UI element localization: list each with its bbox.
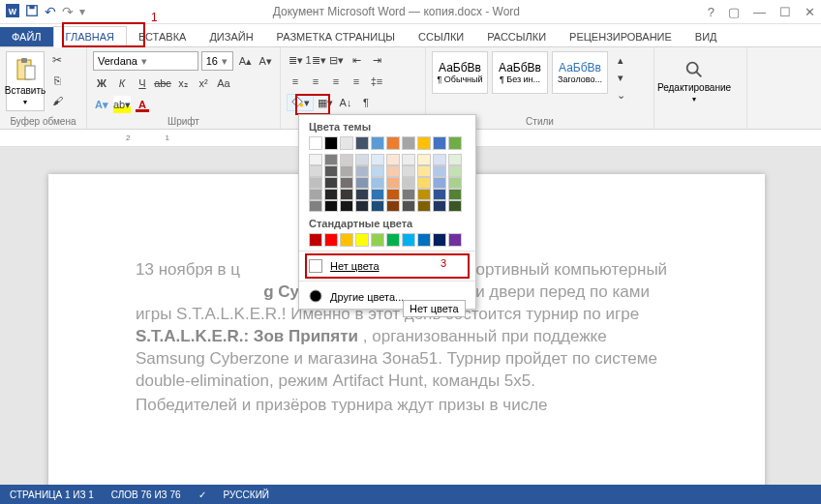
color-swatch[interactable] [371, 177, 384, 189]
color-swatch[interactable] [371, 136, 384, 150]
color-swatch[interactable] [402, 189, 415, 200]
color-swatch[interactable] [448, 189, 462, 200]
shading-button[interactable]: ▾ [287, 94, 314, 111]
color-swatch[interactable] [355, 154, 369, 165]
color-swatch[interactable] [417, 189, 431, 200]
color-swatch[interactable] [371, 233, 384, 247]
color-swatch[interactable] [386, 189, 400, 200]
color-swatch[interactable] [324, 165, 338, 177]
tab-design[interactable]: ДИЗАЙН [198, 27, 264, 46]
italic-button[interactable]: К [113, 74, 131, 92]
format-painter-icon[interactable]: 🖌 [48, 92, 66, 109]
color-swatch[interactable] [340, 136, 353, 150]
color-swatch[interactable] [324, 136, 338, 150]
color-swatch[interactable] [433, 233, 446, 247]
color-swatch[interactable] [324, 200, 338, 212]
color-swatch[interactable] [371, 200, 384, 212]
tab-view[interactable]: ВИД [684, 27, 729, 46]
borders-icon[interactable]: ▦▾ [317, 94, 334, 111]
tab-layout[interactable]: РАЗМЕТКА СТРАНИЦЫ [265, 27, 407, 46]
color-swatch[interactable] [371, 154, 384, 165]
color-swatch[interactable] [433, 189, 446, 200]
status-language[interactable]: РУССКИЙ [224, 489, 269, 500]
color-swatch[interactable] [386, 165, 400, 177]
underline-button[interactable]: Ч [134, 74, 151, 92]
color-swatch[interactable] [340, 177, 353, 189]
color-swatch[interactable] [386, 233, 400, 247]
color-swatch[interactable] [309, 154, 322, 165]
font-size-select[interactable]: 16 [201, 51, 234, 71]
bold-button[interactable]: Ж [93, 74, 110, 92]
color-swatch[interactable] [340, 233, 353, 247]
tab-review[interactable]: РЕЦЕНЗИРОВАНИЕ [558, 27, 684, 46]
undo-icon[interactable]: ↶ [45, 4, 56, 19]
line-spacing-icon[interactable]: ‡≡ [368, 73, 385, 90]
align-center-icon[interactable]: ≡ [307, 73, 324, 90]
cut-icon[interactable] [48, 51, 66, 69]
status-words[interactable]: СЛОВ 76 ИЗ 76 [111, 489, 181, 500]
paste-button[interactable]: Вставить ▾ [6, 51, 45, 111]
status-page[interactable]: СТРАНИЦА 1 ИЗ 1 [10, 489, 94, 500]
color-swatch[interactable] [417, 154, 431, 165]
save-icon[interactable] [25, 4, 39, 20]
color-swatch[interactable] [448, 177, 462, 189]
color-swatch[interactable] [417, 136, 431, 150]
color-swatch[interactable] [402, 200, 415, 212]
shrink-font-icon[interactable]: A▾ [257, 52, 274, 70]
color-swatch[interactable] [309, 233, 322, 247]
color-swatch[interactable] [433, 200, 446, 212]
color-swatch[interactable] [448, 136, 462, 150]
color-swatch[interactable] [402, 136, 415, 150]
color-swatch[interactable] [324, 177, 338, 189]
color-swatch[interactable] [448, 200, 462, 212]
close-icon[interactable]: ✕ [805, 5, 815, 19]
color-swatch[interactable] [309, 200, 322, 212]
no-color-item[interactable]: Нет цвета 3 [299, 255, 475, 277]
ribbon-options-icon[interactable]: ▢ [728, 5, 740, 19]
color-swatch[interactable] [324, 233, 338, 247]
color-swatch[interactable] [433, 154, 446, 165]
color-swatch[interactable] [309, 136, 322, 150]
color-swatch[interactable] [309, 177, 322, 189]
subscript-button[interactable]: x₂ [174, 74, 192, 92]
redo-icon[interactable]: ↷ [62, 4, 74, 19]
bullets-icon[interactable]: ≣▾ [287, 51, 304, 69]
align-left-icon[interactable]: ≡ [287, 73, 304, 90]
body-paragraph-2[interactable]: Победителей и призёров турнира ждут приз… [136, 395, 678, 417]
color-swatch[interactable] [417, 200, 431, 212]
color-swatch[interactable] [340, 154, 353, 165]
color-swatch[interactable] [309, 189, 322, 200]
color-swatch[interactable] [433, 165, 446, 177]
color-swatch[interactable] [340, 189, 353, 200]
superscript-button[interactable]: x² [195, 74, 212, 92]
color-swatch[interactable] [386, 200, 400, 212]
color-swatch[interactable] [386, 177, 400, 189]
color-swatch[interactable] [371, 165, 384, 177]
numbering-icon[interactable]: 1≣▾ [307, 51, 324, 69]
color-swatch[interactable] [386, 154, 400, 165]
color-swatch[interactable] [417, 233, 431, 247]
color-swatch[interactable] [402, 233, 415, 247]
style-no-spacing[interactable]: АаБбВв¶ Без ин... [492, 51, 548, 94]
color-swatch[interactable] [355, 177, 369, 189]
font-name-select[interactable]: Verdana [93, 51, 198, 71]
maximize-icon[interactable]: ☐ [779, 5, 791, 19]
find-button[interactable]: Редактирование ▾ [660, 51, 728, 111]
tab-home[interactable]: ГЛАВНАЯ [53, 26, 127, 47]
styles-expand-icon[interactable]: ⌄ [612, 86, 629, 104]
color-swatch[interactable] [417, 177, 431, 189]
color-swatch[interactable] [433, 136, 446, 150]
color-swatch[interactable] [355, 165, 369, 177]
color-swatch[interactable] [355, 189, 369, 200]
color-swatch[interactable] [355, 200, 369, 212]
color-swatch[interactable] [324, 189, 338, 200]
style-normal[interactable]: АаБбВв¶ Обычный [432, 51, 488, 94]
highlight-icon[interactable]: ab▾ [113, 96, 131, 113]
help-icon[interactable]: ? [708, 5, 715, 19]
decrease-indent-icon[interactable]: ⇤ [348, 51, 365, 69]
color-swatch[interactable] [340, 200, 353, 212]
align-right-icon[interactable]: ≡ [327, 73, 345, 90]
color-swatch[interactable] [355, 136, 369, 150]
styles-scroll-down-icon[interactable]: ▾ [612, 69, 629, 86]
tab-file[interactable]: ФАЙЛ [0, 27, 53, 46]
